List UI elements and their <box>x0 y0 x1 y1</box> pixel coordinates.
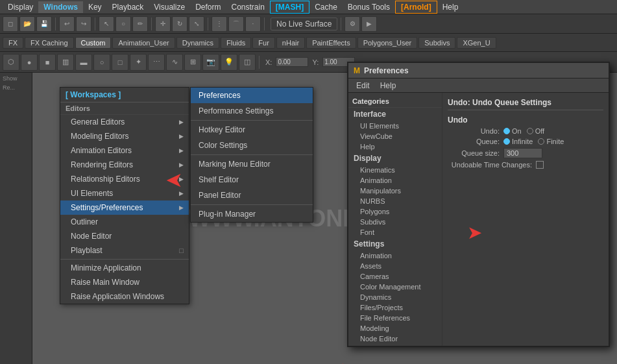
menu-modeling-editors[interactable]: Modeling Editors <box>60 129 189 143</box>
tab-dynamics[interactable]: Dynamics <box>176 37 219 49</box>
menu-deform[interactable]: Deform <box>190 1 226 13</box>
settings-submenu[interactable]: Preferences Performance Settings Hotkey … <box>190 87 313 223</box>
cat-help[interactable]: Help <box>348 141 442 152</box>
icon-poly-plane[interactable]: ▬ <box>75 54 92 71</box>
cat-assets[interactable]: Assets <box>348 261 442 271</box>
icon-nurbs-cube[interactable]: □ <box>112 54 128 71</box>
icon-light[interactable]: 💡 <box>221 54 237 71</box>
menu-display[interactable]: Display <box>3 1 38 13</box>
tab-fur[interactable]: Fur <box>252 37 275 49</box>
tab-animation-user[interactable]: Animation_User <box>112 37 175 49</box>
menu-minimize[interactable]: Minimize Application <box>60 261 189 275</box>
menu-outliner[interactable]: Outliner <box>60 215 189 229</box>
tab-fx[interactable]: FX <box>3 37 23 49</box>
cat-file-references[interactable]: File References <box>348 313 442 323</box>
menu-visualize[interactable]: Visualize <box>149 1 190 13</box>
submenu-shelf-editor[interactable]: Shelf Editor <box>191 172 313 188</box>
cat-animation[interactable]: Animation <box>348 175 442 186</box>
submenu-hotkey-editor[interactable]: Hotkey Editor <box>191 122 313 138</box>
menu-settings-preferences[interactable]: Settings/Preferences <box>60 200 189 215</box>
toolbar-redo[interactable]: ↪ <box>76 16 91 32</box>
toolbar-select[interactable]: ↖ <box>99 16 114 32</box>
icon-select-obj[interactable]: ⬡ <box>3 54 19 71</box>
dialog-menu-help[interactable]: Help <box>375 80 402 91</box>
menu-node-editor[interactable]: Node Editor <box>60 229 189 243</box>
menu-cache[interactable]: Cache <box>309 1 343 13</box>
icon-joint[interactable]: ✦ <box>130 54 147 71</box>
tab-painteffects[interactable]: PaintEffects <box>306 37 356 49</box>
menu-raise-app[interactable]: Raise Application Windows <box>60 289 189 304</box>
menu-rendering-editors[interactable]: Rendering Editors <box>60 158 189 172</box>
cat-color-management[interactable]: Color Management <box>348 282 442 292</box>
toolbar-undo[interactable]: ↩ <box>59 16 75 32</box>
cat-settings[interactable]: Settings <box>348 237 442 250</box>
cat-display[interactable]: Display <box>348 152 442 165</box>
submenu-preferences[interactable]: Preferences <box>191 88 313 103</box>
transform-x-input[interactable] <box>276 57 308 67</box>
menu-windows[interactable]: Windows <box>38 1 83 13</box>
menu-raise-main[interactable]: Raise Main Window <box>60 275 189 289</box>
cat-viewcube[interactable]: ViewCube <box>348 131 442 141</box>
undo-on-radio[interactable]: On <box>503 127 522 135</box>
toolbar-move[interactable]: ✛ <box>155 16 171 32</box>
icon-poly-cube[interactable]: ■ <box>39 54 56 71</box>
toolbar-save[interactable]: 💾 <box>36 16 52 32</box>
tab-nhair[interactable]: nHair <box>276 37 305 49</box>
menu-ui-elements[interactable]: UI Elements <box>60 186 189 200</box>
toolbar-snap-curve[interactable]: ⌒ <box>228 16 244 32</box>
windows-menu[interactable]: [ Workspaces ] Editors General Editors M… <box>60 87 189 304</box>
cat-nurbs[interactable]: NURBS <box>348 196 442 206</box>
queue-size-input[interactable] <box>503 148 542 158</box>
no-live-surface-btn[interactable]: No Live Surface <box>271 18 337 30</box>
toolbar-lasso[interactable]: ○ <box>115 16 131 32</box>
cat-manipulators[interactable]: Manipulators <box>348 186 442 196</box>
menu-general-editors[interactable]: General Editors <box>60 115 189 129</box>
icon-camera[interactable]: 📷 <box>202 54 219 71</box>
submenu-panel-editor[interactable]: Panel Editor <box>191 188 313 203</box>
cat-settings-animation[interactable]: Animation <box>348 250 442 261</box>
cat-font[interactable]: Font <box>348 227 442 237</box>
cat-modeling[interactable]: Modeling <box>348 323 442 334</box>
menu-help[interactable]: Help <box>437 1 464 13</box>
cat-dynamics[interactable]: Dynamics <box>348 292 442 302</box>
dialog-menu-edit[interactable]: Edit <box>351 80 375 91</box>
icon-cluster[interactable]: ∿ <box>166 54 183 71</box>
submenu-performance-settings[interactable]: Performance Settings <box>191 103 313 119</box>
submenu-plugin-manager[interactable]: Plug-in Manager <box>191 206 313 222</box>
menu-relationship-editors[interactable]: Relationship Editors <box>60 172 189 186</box>
icon-poly-sphere[interactable]: ● <box>21 54 38 71</box>
menu-playblast[interactable]: Playblast □ <box>60 243 189 258</box>
cat-node-editor[interactable]: Node Editor <box>348 334 442 344</box>
cat-polygons[interactable]: Polygons <box>348 206 442 217</box>
icon-nurbs-sphere[interactable]: ○ <box>93 54 110 71</box>
menu-playback[interactable]: Playback <box>107 1 149 13</box>
undo-off-radio[interactable]: Off <box>527 127 544 135</box>
cat-kinematics[interactable]: Kinematics <box>348 165 442 175</box>
tab-fx-caching[interactable]: FX Caching <box>25 37 73 49</box>
queue-finite-radio[interactable]: Finite <box>538 138 564 145</box>
cat-files-projects[interactable]: Files/Projects <box>348 302 442 313</box>
tab-xgen[interactable]: XGen_U <box>457 37 496 49</box>
toolbar-snap-point[interactable]: · <box>245 16 261 32</box>
cat-interface[interactable]: Interface <box>348 108 442 121</box>
tab-subdivs[interactable]: Subdivs <box>418 37 455 49</box>
toolbar-scale[interactable]: ⤡ <box>189 16 204 32</box>
toolbar-render-settings[interactable]: ⚙ <box>345 16 360 32</box>
toolbar-new[interactable]: ◻ <box>3 16 18 32</box>
toolbar-rotate[interactable]: ↻ <box>172 16 188 32</box>
tab-polygons-user[interactable]: Polygons_User <box>357 37 418 49</box>
icon-lattice[interactable]: ⊞ <box>184 54 201 71</box>
submenu-color-settings[interactable]: Color Settings <box>191 138 313 153</box>
menu-arnold[interactable]: [Arnold] <box>395 1 437 14</box>
icon-area-light[interactable]: ◫ <box>239 54 256 71</box>
toolbar-render[interactable]: ▶ <box>361 16 377 32</box>
tab-fluids[interactable]: Fluids <box>221 37 251 49</box>
cat-cameras[interactable]: Cameras <box>348 271 442 282</box>
icon-poly-cyl[interactable]: ▥ <box>57 54 74 71</box>
toolbar-paint[interactable]: ✏ <box>132 16 148 32</box>
cat-ui-elements[interactable]: UI Elements <box>348 121 442 131</box>
menu-bonus-tools[interactable]: Bonus Tools <box>343 1 395 13</box>
menu-mash[interactable]: [MASH] <box>270 1 309 14</box>
queue-infinite-radio[interactable]: Infinite <box>503 138 533 145</box>
menu-constrain[interactable]: Constrain <box>226 1 269 13</box>
